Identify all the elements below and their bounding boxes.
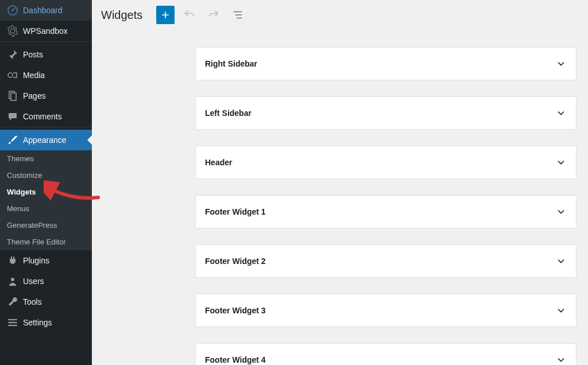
svg-point-6 — [13, 319, 14, 321]
sidebar-item-pages[interactable]: Pages — [0, 86, 92, 106]
widget-area-footer-4[interactable]: Footer Widget 4 — [195, 343, 577, 365]
sidebar-item-appearance[interactable]: Appearance — [0, 130, 92, 150]
widget-area-left-sidebar[interactable]: Left Sidebar — [195, 96, 577, 130]
sidebar-item-settings[interactable]: Settings — [0, 312, 92, 333]
widget-area-footer-1[interactable]: Footer Widget 1 — [195, 195, 577, 228]
widget-area-title: Footer Widget 2 — [205, 257, 266, 266]
sidebar-item-label: Tools — [23, 297, 42, 306]
comment-icon — [7, 111, 18, 122]
widget-area-footer-2[interactable]: Footer Widget 2 — [195, 244, 577, 278]
sidebar-item-dashboard[interactable]: Dashboard — [0, 0, 92, 21]
sidebar-item-posts[interactable]: Posts — [0, 44, 92, 65]
pin-icon — [7, 49, 18, 60]
widget-area-title: Header — [205, 158, 232, 167]
chevron-down-icon — [555, 206, 567, 218]
submenu-item-widgets[interactable]: Widgets — [0, 184, 92, 200]
widget-area-title: Footer Widget 4 — [205, 355, 266, 364]
sidebar-item-label: Comments — [23, 112, 62, 121]
chevron-down-icon — [555, 107, 567, 119]
main-content: Widgets Right Sidebar Left Sidebar — [92, 0, 588, 365]
sidebar-item-label: Appearance — [23, 135, 67, 145]
svg-point-2 — [8, 73, 13, 77]
add-block-button[interactable] — [156, 6, 175, 24]
sidebar-item-users[interactable]: Users — [0, 271, 92, 292]
widget-area-header[interactable]: Header — [195, 146, 577, 179]
sidebar-item-label: Pages — [23, 91, 46, 100]
widget-areas-list: Right Sidebar Left Sidebar Header Footer… — [92, 30, 588, 365]
sidebar-item-label: Users — [23, 277, 44, 286]
widget-area-title: Right Sidebar — [205, 59, 257, 68]
submenu-item-menus[interactable]: Menus — [0, 200, 92, 217]
submenu-item-generatepress[interactable]: GeneratePress — [0, 217, 92, 234]
submenu-item-themes[interactable]: Themes — [0, 150, 92, 167]
chevron-down-icon — [555, 157, 567, 168]
chevron-down-icon — [555, 354, 567, 365]
submenu-item-theme-file-editor[interactable]: Theme File Editor — [0, 234, 92, 250]
widget-area-title: Left Sidebar — [205, 108, 252, 118]
sidebar-item-label: Posts — [23, 50, 43, 59]
wrench-icon — [7, 296, 18, 308]
sidebar-item-tools[interactable]: Tools — [0, 292, 92, 312]
sidebar-item-label: Media — [23, 71, 45, 80]
plug-icon — [7, 255, 18, 266]
chevron-down-icon — [555, 58, 567, 69]
svg-point-7 — [10, 322, 12, 324]
sidebar-item-label: Settings — [23, 318, 52, 327]
sidebar-item-label: Dashboard — [23, 6, 63, 15]
widget-area-title: Footer Widget 3 — [205, 306, 266, 315]
page-icon — [7, 90, 18, 102]
redo-button[interactable] — [204, 6, 223, 24]
chevron-down-icon — [555, 305, 567, 316]
brush-icon — [7, 134, 18, 146]
redo-icon — [207, 9, 220, 21]
sidebar-item-comments[interactable]: Comments — [0, 106, 92, 127]
dashboard-icon — [7, 5, 18, 16]
sidebar-item-media[interactable]: Media — [0, 65, 92, 86]
gear-icon — [7, 25, 18, 37]
page-title: Widgets — [101, 9, 142, 22]
sliders-icon — [7, 317, 18, 328]
list-view-button[interactable] — [229, 6, 247, 24]
svg-rect-4 — [11, 93, 16, 100]
sidebar-item-label: Plugins — [23, 256, 49, 265]
appearance-submenu: Themes Customize Widgets Menus GenerateP… — [0, 150, 92, 250]
admin-sidebar: Dashboard WPSandbox Posts Media Pages Co… — [0, 0, 92, 365]
media-icon — [7, 69, 18, 81]
widget-area-right-sidebar[interactable]: Right Sidebar — [195, 47, 577, 80]
sidebar-item-plugins[interactable]: Plugins — [0, 250, 92, 271]
plus-icon — [160, 9, 171, 21]
svg-point-1 — [12, 10, 14, 11]
sidebar-item-label: WPSandbox — [23, 26, 68, 36]
editor-toolbar: Widgets — [92, 0, 588, 30]
undo-button[interactable] — [180, 6, 199, 24]
list-view-icon — [231, 9, 244, 21]
chevron-down-icon — [555, 255, 567, 267]
submenu-item-customize[interactable]: Customize — [0, 167, 92, 184]
svg-point-8 — [14, 325, 16, 327]
sidebar-item-wpsandbox[interactable]: WPSandbox — [0, 21, 92, 41]
svg-point-5 — [11, 278, 14, 281]
widget-area-footer-3[interactable]: Footer Widget 3 — [195, 294, 577, 327]
undo-icon — [183, 9, 196, 21]
user-icon — [7, 275, 18, 287]
widget-area-title: Footer Widget 1 — [205, 207, 266, 216]
